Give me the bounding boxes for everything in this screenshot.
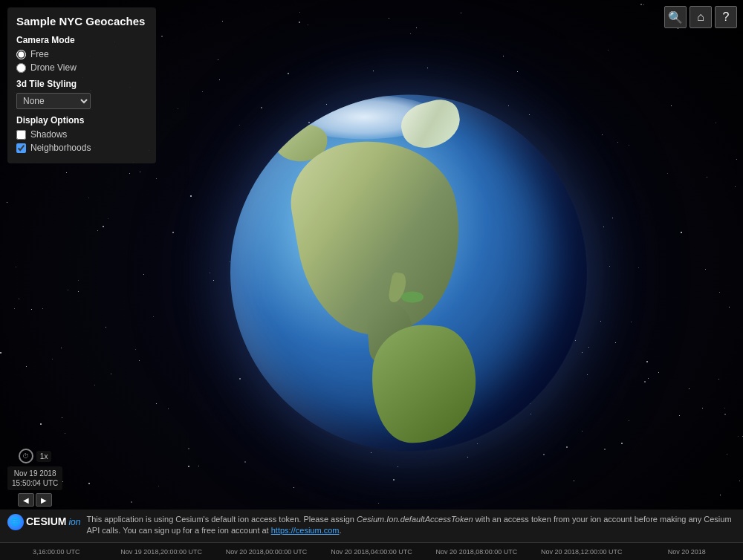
home-button[interactable]: ⌂ — [690, 6, 712, 28]
land-south-america — [366, 321, 480, 449]
tile-styling-row: None Default Custom — [16, 93, 147, 109]
bottom-left-controls: ⏱ 1x Nov 19 2018 15:50:04 UTC ◀ ▶ — [7, 449, 62, 507]
tl-label-2: Nov 20 2018,00:00:00 UTC — [214, 548, 319, 556]
land-greenland — [397, 95, 466, 154]
globe — [230, 94, 587, 451]
clock-icon: ⏱ — [19, 449, 33, 463]
cesium-logo-ion: ion — [68, 516, 80, 529]
notice-text: This application is using Cesium's defau… — [86, 514, 736, 537]
control-panel: Sample NYC Geocaches Camera Mode Free Dr… — [7, 7, 156, 163]
tile-styling-select[interactable]: None Default Custom — [16, 93, 91, 109]
camera-drone-option[interactable]: Drone View — [16, 62, 147, 73]
time-display: Nov 19 2018 15:50:04 UTC — [7, 466, 62, 490]
shadows-checkbox[interactable] — [16, 130, 26, 140]
neighborhoods-checkbox[interactable] — [16, 143, 26, 153]
shadows-option[interactable]: Shadows — [16, 129, 147, 140]
search-button[interactable]: 🔍 — [664, 6, 687, 28]
date-line2: 15:50:04 UTC — [12, 478, 58, 488]
cesium-logo-icon: 🌐 — [7, 514, 24, 530]
cesium-link[interactable]: https://cesium.com — [271, 526, 340, 535]
land-north-america — [282, 126, 476, 345]
shadows-label: Shadows — [30, 129, 67, 140]
neighborhoods-option[interactable]: Neighborhoods — [16, 143, 147, 153]
toolbar: 🔍 ⌂ ? — [664, 6, 737, 28]
land-central-america — [366, 301, 415, 364]
tl-label-5: Nov 20 2018,12:00:00 UTC — [529, 548, 634, 556]
display-options-label: Display Options — [16, 115, 147, 126]
date-line1: Nov 19 2018 — [12, 469, 58, 478]
tl-label-4: Nov 20 2018,08:00:00 UTC — [424, 548, 529, 556]
tl-label-1: Nov 19 2018,20:00:00 UTC — [108, 548, 213, 556]
notice-code: Cesium.Ion.defaultAccessToken — [357, 515, 473, 524]
panel-title: Sample NYC Geocaches — [16, 15, 147, 27]
snow-north — [290, 94, 438, 139]
cesium-logo-text: CESIUM — [26, 515, 66, 530]
camera-free-option[interactable]: Free — [16, 49, 147, 59]
speed-badge: 1x — [36, 451, 52, 462]
land-caribbean — [401, 291, 424, 302]
tile-styling-label: 3d Tile Styling — [16, 79, 147, 89]
timeline-labels: 3,16:00:00 UTC Nov 19 2018,20:00:00 UTC … — [0, 548, 743, 556]
land-florida — [388, 272, 408, 304]
camera-mode-label: Camera Mode — [16, 35, 147, 45]
rewind-button[interactable]: ◀ — [18, 493, 34, 507]
globe-container — [230, 94, 587, 451]
help-button[interactable]: ? — [715, 6, 737, 28]
camera-free-radio[interactable] — [16, 50, 26, 59]
camera-drone-label: Drone View — [30, 62, 77, 73]
play-button[interactable]: ▶ — [36, 493, 52, 507]
cesium-notice: 🌐 CESIUM ion This application is using C… — [0, 509, 743, 542]
land-alaska — [273, 122, 328, 163]
tl-label-0: 3,16:00:00 UTC — [4, 548, 108, 556]
playback-controls: ◀ ▶ — [18, 493, 52, 507]
tl-label-3: Nov 20 2018,04:00:00 UTC — [319, 548, 424, 556]
bottom-bar: 🌐 CESIUM ion This application is using C… — [0, 509, 743, 560]
tl-label-6: Nov 20 2018 — [635, 548, 739, 556]
camera-drone-radio[interactable] — [16, 63, 26, 73]
cesium-logo: 🌐 CESIUM ion — [7, 514, 80, 530]
timeline-bar[interactable]: 3,16:00:00 UTC Nov 19 2018,20:00:00 UTC … — [0, 542, 743, 560]
neighborhoods-label: Neighborhoods — [30, 143, 91, 153]
camera-free-label: Free — [30, 49, 49, 59]
